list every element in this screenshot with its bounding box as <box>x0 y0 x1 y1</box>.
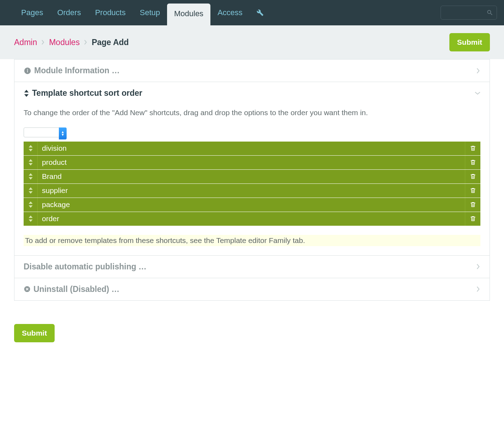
sort-row[interactable]: package <box>24 198 480 212</box>
trash-icon[interactable] <box>465 170 480 183</box>
sort-item-label: order <box>38 214 465 223</box>
panel-title: Module Information … <box>34 66 120 75</box>
panel-head-sort-order[interactable]: Template shortcut sort order <box>14 82 490 104</box>
svg-rect-1 <box>27 70 28 72</box>
subhead: Admin Modules Page Add Submit <box>0 25 504 59</box>
breadcrumb: Admin Modules Page Add <box>14 38 129 47</box>
sort-list: division product Brand sup <box>24 142 480 226</box>
wrench-icon[interactable] <box>250 9 271 16</box>
panel-body-sort-order: To change the order of the "Add New" sho… <box>14 104 490 255</box>
nav-tab-pages[interactable]: Pages <box>14 0 50 25</box>
breadcrumb-modules[interactable]: Modules <box>49 38 80 47</box>
sort-icon <box>24 90 29 97</box>
submit-button-bottom[interactable]: Submit <box>14 324 55 342</box>
remove-circle-icon <box>24 286 31 293</box>
panel-title: Template shortcut sort order <box>32 88 142 98</box>
trash-icon[interactable] <box>465 156 480 169</box>
trash-icon[interactable] <box>465 142 480 155</box>
svg-point-2 <box>27 69 28 70</box>
sort-order-description: To change the order of the "Add New" sho… <box>24 106 480 119</box>
chevron-right-icon <box>476 264 480 269</box>
sort-row[interactable]: Brand <box>24 170 480 183</box>
top-nav: Pages Orders Products Setup Modules Acce… <box>0 0 504 25</box>
breadcrumb-current: Page Add <box>92 38 129 47</box>
nav-tab-access[interactable]: Access <box>210 0 250 25</box>
search-wrap <box>441 6 497 20</box>
panel-head-uninstall[interactable]: Uninstall (Disabled) … <box>14 278 490 300</box>
sort-item-label: division <box>38 144 465 152</box>
content: Module Information … Template shortcut s… <box>0 59 504 315</box>
sort-item-label: product <box>38 158 465 167</box>
sort-row[interactable]: supplier <box>24 184 480 198</box>
sort-row[interactable]: division <box>24 142 480 155</box>
sort-order-note: To add or remove templates from these sh… <box>24 235 480 246</box>
sort-item-label: package <box>38 200 465 209</box>
sort-item-label: Brand <box>38 172 465 181</box>
panel-uninstall: Uninstall (Disabled) … <box>14 278 490 301</box>
submit-button[interactable]: Submit <box>449 33 490 51</box>
nav-tab-modules[interactable]: Modules <box>167 4 210 26</box>
search-icon <box>486 9 493 16</box>
chevron-right-icon <box>41 40 45 45</box>
panel-title: Uninstall (Disabled) … <box>33 285 119 294</box>
trash-icon[interactable] <box>465 184 480 198</box>
sort-row[interactable]: product <box>24 156 480 169</box>
trash-icon[interactable] <box>465 198 480 212</box>
nav-tab-products[interactable]: Products <box>88 0 133 25</box>
drag-handle-icon[interactable] <box>24 142 38 155</box>
sort-row[interactable]: order <box>24 212 480 226</box>
sort-item-label: supplier <box>38 186 465 195</box>
chevron-right-icon <box>84 40 87 45</box>
chevron-right-icon <box>476 286 480 292</box>
panel-sort-order: Template shortcut sort order To change t… <box>14 82 490 256</box>
drag-handle-icon[interactable] <box>24 170 38 183</box>
chevron-right-icon <box>476 68 480 74</box>
chevron-down-icon <box>475 91 480 95</box>
drag-handle-icon[interactable] <box>24 184 38 198</box>
panel-module-info: Module Information … <box>14 59 490 82</box>
drag-handle-icon[interactable] <box>24 198 38 212</box>
drag-handle-icon[interactable] <box>24 212 38 226</box>
nav-tab-setup[interactable]: Setup <box>133 0 167 25</box>
nav-tab-orders[interactable]: Orders <box>50 0 88 25</box>
bottom-area: Submit <box>0 315 504 356</box>
trash-icon[interactable] <box>465 212 480 226</box>
nav-tabs: Pages Orders Products Setup Modules Acce… <box>14 0 441 26</box>
template-select-wrap: ▲▼ <box>24 127 67 139</box>
breadcrumb-admin[interactable]: Admin <box>14 38 37 47</box>
template-select[interactable] <box>24 127 67 137</box>
panel-head-module-info[interactable]: Module Information … <box>14 60 490 82</box>
info-icon <box>24 67 31 75</box>
drag-handle-icon[interactable] <box>24 156 38 169</box>
panel-disable-publishing: Disable automatic publishing … <box>14 256 490 278</box>
panel-head-disable-publishing[interactable]: Disable automatic publishing … <box>14 256 490 278</box>
panel-title: Disable automatic publishing … <box>24 262 147 272</box>
